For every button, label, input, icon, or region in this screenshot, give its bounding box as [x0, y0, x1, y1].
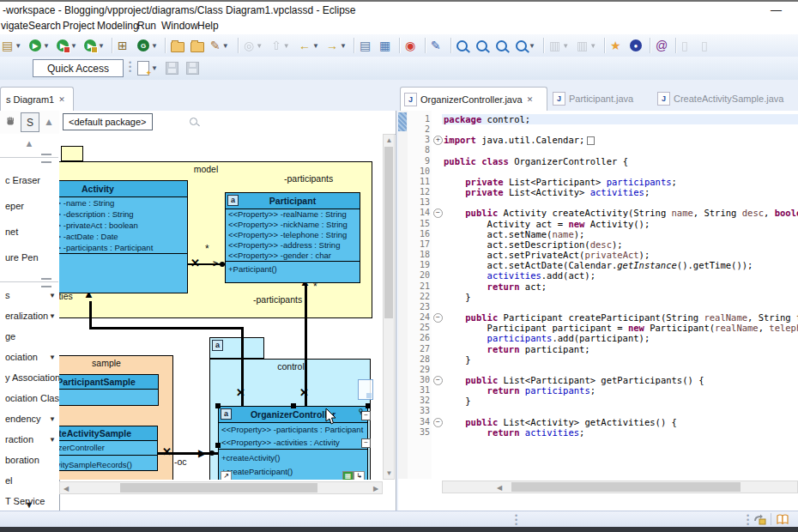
save-all-icon[interactable] [186, 59, 199, 76]
sub-diagram-icon[interactable]: ↳ [354, 471, 365, 480]
menu-modeling[interactable]: Modeling [97, 20, 139, 32]
palette-item-s[interactable]: s▼ [0, 290, 58, 300]
menu-vigate[interactable]: vigate [1, 20, 28, 32]
minimize-button[interactable]: — [771, 7, 784, 15]
doc-outline-icon[interactable]: ▯ [681, 37, 688, 54]
class-activity[interactable]: Activity<<Property>> -name : String<<Pro… [59, 180, 188, 293]
generate-icon[interactable]: G▼ [137, 37, 158, 54]
editor-hscrollbar[interactable]: ◀ [442, 481, 798, 493]
chevron-down-icon[interactable]: ▼ [49, 312, 56, 320]
chevron-down-icon[interactable]: ▼ [562, 42, 569, 50]
split-horizontal-icon[interactable]: ▥▼ [549, 37, 569, 54]
package-tab-model[interactable] [61, 146, 83, 161]
fold-expand-icon[interactable]: + [433, 136, 443, 145]
code-editor[interactable]: 1package control;23+import java.util.Cal… [398, 111, 798, 479]
package-tab-control[interactable]: a [209, 337, 264, 359]
palette-scroll-up-icon[interactable]: ▲ [0, 138, 58, 148]
breadcrumb-default-package[interactable]: <default package> [63, 113, 153, 130]
chevron-down-icon[interactable]: ▼ [256, 42, 263, 50]
palette-item-y-association[interactable]: y Association [0, 372, 58, 383]
chevron-down-icon[interactable]: ▼ [49, 415, 56, 423]
world-icon[interactable]: ● [630, 37, 642, 54]
debug-icon[interactable]: ▶▼ [29, 37, 50, 54]
chevron-down-icon[interactable]: ▼ [70, 42, 77, 50]
chevron-down-icon[interactable]: ▼ [589, 42, 596, 50]
back-icon[interactable]: ←▼ [299, 37, 319, 54]
marker-icon[interactable]: ◉ [405, 37, 415, 54]
chevron-down-icon[interactable]: ▼ [49, 436, 56, 444]
collapse-operations-icon[interactable]: − [361, 438, 371, 448]
profile-icon[interactable]: ▶▼ [84, 37, 105, 54]
overview-icon[interactable] [776, 513, 789, 526]
chevron-down-icon[interactable]: ▼ [49, 354, 56, 361]
favorites-icon[interactable]: ★ [610, 37, 621, 54]
palette-item-endency[interactable]: endency▼ [0, 414, 58, 424]
palette-item-boration[interactable]: boration [0, 455, 58, 465]
class-participant[interactable]: Participanta<<Property>> -realName : Str… [225, 192, 360, 283]
zoom-actual-icon[interactable] [496, 37, 507, 54]
palette-item-eralization[interactable]: eralization▼ [0, 311, 58, 321]
mention-icon[interactable]: @ [656, 37, 668, 54]
restore-icon[interactable] [753, 513, 767, 526]
palette-item-ociation[interactable]: ociation▼ [0, 352, 58, 362]
palette-item-net[interactable]: net [0, 227, 58, 237]
zoom-out-icon[interactable] [476, 37, 487, 54]
resource-catalog-icon[interactable] [358, 379, 373, 400]
edit-pen-icon[interactable]: ✎▼ [210, 37, 229, 54]
palette-item-raction[interactable]: raction▼ [0, 434, 58, 444]
chevron-down-icon[interactable]: ▼ [15, 42, 21, 50]
tab-organizercontroller-java[interactable]: JOrganizerController.java✕ [400, 87, 547, 112]
zoom-in-icon[interactable] [456, 37, 468, 54]
new-java-project-icon[interactable]: ⊞ [118, 37, 128, 54]
collapsed-code-icon[interactable] [587, 136, 595, 145]
chevron-down-icon[interactable]: ▼ [529, 42, 535, 50]
palette-item-eper[interactable]: eper [0, 201, 58, 211]
chevron-down-icon[interactable]: ▼ [43, 42, 50, 50]
doc-search-icon[interactable]: ▯ [701, 37, 708, 54]
quick-access-button[interactable]: Quick Access [33, 59, 124, 77]
grid-icon[interactable]: ▦ [379, 37, 390, 54]
class-participant-sample[interactable]: ParticipantSample [59, 374, 159, 406]
open-folder-icon[interactable] [171, 37, 184, 54]
chevron-down-icon[interactable]: ▼ [151, 42, 158, 50]
split-vertical-icon[interactable]: ▥▼ [577, 37, 596, 54]
collapse-palette-button[interactable]: ▲ [40, 112, 57, 130]
chevron-down-icon[interactable]: ▼ [151, 64, 158, 72]
save-icon[interactable] [166, 59, 178, 76]
class-create-activity-sample[interactable]: CreateActivitySample-oc : OrganizerContr… [59, 426, 158, 471]
step-return-icon[interactable]: ⇧▼ [271, 37, 290, 54]
pan-tool-button[interactable] [2, 112, 19, 130]
selector-tool-button[interactable]: S [21, 112, 39, 132]
canvas-vscrollbar[interactable]: ▲ ▼ [383, 134, 395, 480]
selection-handle[interactable] [215, 443, 221, 448]
palette-item-ure-pen[interactable]: ure Pen [0, 252, 58, 263]
report-icon[interactable]: ▤ [360, 37, 371, 54]
show-members-icon[interactable]: ▦ [342, 471, 354, 480]
scroll-down-icon[interactable]: ▼ [385, 469, 393, 477]
palette-item-c-eraser[interactable]: c Eraser [0, 175, 58, 185]
fold-collapse-icon[interactable]: − [433, 376, 443, 385]
hscrollbar-thumb[interactable] [511, 482, 741, 492]
search-icon[interactable] [190, 118, 197, 125]
chevron-down-icon[interactable]: ▼ [340, 42, 347, 50]
import-folder-icon[interactable] [190, 37, 204, 54]
palette-splitter-handle[interactable] [41, 278, 51, 287]
scroll-left-icon[interactable]: ◀ [496, 484, 503, 492]
palette-splitter-handle[interactable] [41, 154, 51, 163]
open-spec-icon[interactable]: ↗ [221, 471, 232, 480]
run-coverage-icon[interactable]: ▶▼ [57, 37, 77, 54]
menu-run[interactable]: Run [137, 20, 156, 32]
tab-class-diagram1[interactable]: s Diagram1 ✕ [0, 87, 74, 112]
scroll-left-icon[interactable]: ◀ [63, 485, 70, 493]
zoom-fit-icon[interactable]: ▼ [516, 37, 535, 54]
chevron-down-icon[interactable]: ▼ [222, 42, 229, 50]
hscrollbar-thumb[interactable] [120, 483, 317, 493]
chevron-down-icon[interactable]: ▼ [49, 292, 56, 299]
format-painter-icon[interactable]: ✎ [431, 37, 441, 54]
menu-search[interactable]: Search [28, 20, 61, 32]
fold-collapse-icon[interactable]: − [433, 313, 443, 323]
close-icon[interactable]: ✕ [58, 95, 65, 104]
chevron-down-icon[interactable]: ▼ [98, 42, 105, 50]
tab-participant-java[interactable]: JParticipant.java [549, 87, 645, 111]
palette-scroll-down-icon[interactable]: ▼ [0, 499, 58, 510]
